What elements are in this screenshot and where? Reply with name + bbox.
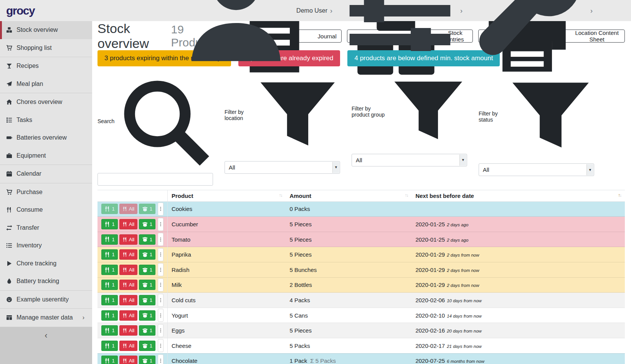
sidebar-item-recipes[interactable]: Recipes	[0, 57, 92, 75]
amount-value: 5 Bunches	[289, 267, 317, 273]
sidebar-item-transfer[interactable]: Transfer	[0, 219, 92, 237]
sidebar-item-batteries-overview[interactable]: Batteries overview	[0, 129, 92, 147]
consume-all-button[interactable]: All	[119, 265, 137, 275]
row-menu-button[interactable]	[158, 248, 164, 261]
consume-one-button[interactable]: 1	[101, 234, 118, 245]
consume-all-button[interactable]: All	[119, 341, 137, 351]
box-open-icon	[142, 221, 148, 227]
open-one-button[interactable]: 1	[139, 325, 155, 336]
open-one-button[interactable]: 1	[139, 295, 155, 305]
table-row: 1 All 1 Eggs 5 Pieces 2020-02-1620 days …	[97, 323, 625, 338]
sidebar-collapse-button[interactable]: ‹	[0, 327, 92, 364]
consume-one-button[interactable]: 1	[101, 341, 118, 351]
box-open-icon	[142, 282, 148, 288]
utensils-icon	[104, 282, 111, 288]
toolbox-icon	[6, 153, 13, 159]
product-group-select[interactable]: All ▼	[352, 154, 467, 166]
row-menu-button[interactable]	[158, 278, 164, 292]
box-open-icon	[142, 312, 148, 318]
status-select[interactable]: All ▼	[479, 163, 594, 176]
topbar: grocy Demo User › › ›	[0, 0, 631, 21]
open-one-button[interactable]: 1	[139, 204, 155, 214]
location-filter: Filter by location All ▼	[225, 73, 340, 186]
kebab-icon	[158, 328, 163, 333]
search-input[interactable]	[97, 173, 213, 186]
open-one-button[interactable]: 1	[139, 310, 155, 321]
kebab-icon	[158, 298, 163, 303]
row-menu-button[interactable]	[158, 294, 164, 307]
kebab-icon	[158, 313, 163, 318]
stock-table: Product ↑↓ Amount ↑↓ Next best before da…	[97, 190, 625, 364]
sidebar-item-shopping-list[interactable]: Shopping list	[0, 39, 92, 57]
consume-one-button[interactable]: 1	[101, 265, 118, 275]
amount-column-header[interactable]: Amount ↑↓	[286, 190, 411, 201]
date-column-header[interactable]: Next best before date ↑↓	[411, 190, 625, 201]
consume-one-button[interactable]: 1	[101, 219, 118, 229]
sidebar-item-calendar[interactable]: Calendar	[0, 165, 92, 183]
consume-one-button[interactable]: 1	[101, 356, 118, 364]
row-menu-button[interactable]	[158, 339, 164, 352]
sidebar-item-manage-master-data[interactable]: Manage master data ›	[0, 309, 92, 327]
consume-all-button[interactable]: All	[119, 356, 137, 364]
consume-all-button[interactable]: All	[119, 204, 137, 214]
row-menu-button[interactable]	[158, 309, 164, 322]
user-menu[interactable]: Demo User ›	[178, 0, 332, 68]
best-before-date: 2020-01-25	[415, 236, 445, 243]
sort-icon: ↑↓	[405, 193, 408, 198]
sidebar-item-chore-tracking[interactable]: Chore tracking	[0, 255, 92, 273]
utensils-icon	[104, 252, 111, 258]
consume-one-button[interactable]: 1	[101, 295, 118, 305]
consume-all-button[interactable]: All	[119, 280, 137, 290]
location-select[interactable]: All ▼	[225, 161, 340, 174]
utensils-icon	[122, 298, 127, 303]
sidebar-item-consume[interactable]: Consume	[0, 201, 92, 219]
row-menu-button[interactable]	[158, 203, 164, 216]
grocy-logo[interactable]: grocy	[6, 4, 35, 17]
admin-menu[interactable]: ›	[472, 0, 593, 68]
paper-plane-icon	[6, 81, 13, 87]
sidebar-item-stock-overview[interactable]: Stock overview	[0, 21, 92, 39]
sidebar-item-equipment[interactable]: Equipment	[0, 147, 92, 165]
consume-all-button[interactable]: All	[119, 249, 137, 260]
consume-all-button[interactable]: All	[119, 219, 137, 229]
open-one-button[interactable]: 1	[139, 234, 155, 245]
amount-value: 4 Packs	[289, 297, 310, 303]
sidebar-item-chores-overview[interactable]: Chores overview	[0, 93, 92, 111]
product-column-header[interactable]: Product ↑↓	[167, 190, 286, 201]
open-one-button[interactable]: 1	[139, 249, 155, 260]
consume-one-button[interactable]: 1	[101, 249, 118, 260]
settings-menu[interactable]: ›	[342, 0, 463, 68]
open-one-button[interactable]: 1	[139, 341, 155, 351]
sidebar-item-meal-plan[interactable]: Meal plan	[0, 75, 92, 93]
row-menu-button[interactable]	[158, 218, 164, 231]
sidebar-item-inventory[interactable]: Inventory	[0, 237, 92, 255]
row-menu-button[interactable]	[158, 233, 164, 246]
consume-all-button[interactable]: All	[119, 325, 137, 336]
consume-all-button[interactable]: All	[119, 295, 137, 305]
open-one-button[interactable]: 1	[139, 280, 155, 290]
sidebar: Stock overview Shopping list Recipes Mea…	[0, 21, 92, 364]
chevron-right-icon: ›	[590, 7, 593, 14]
kebab-icon	[158, 343, 163, 348]
sidebar-item-example-userentity[interactable]: Example userentity	[0, 291, 92, 309]
location-filter-label: Filter by location	[225, 109, 253, 121]
consume-all-button[interactable]: All	[119, 234, 137, 245]
open-one-button[interactable]: 1	[139, 265, 155, 275]
consume-one-button[interactable]: 1	[101, 325, 118, 336]
open-one-button[interactable]: 1	[139, 356, 155, 364]
date-relative-note: 10 days from now	[447, 298, 482, 303]
cart-icon	[6, 45, 13, 51]
row-menu-button[interactable]	[158, 354, 164, 364]
sidebar-item-tasks[interactable]: Tasks	[0, 111, 92, 129]
row-menu-button[interactable]	[158, 263, 164, 276]
table-row: 1 All 1 Cucumber 5 Pieces 2020-01-252 da…	[97, 217, 625, 232]
best-before-date: 2020-01-29	[415, 282, 445, 288]
sidebar-item-purchase[interactable]: Purchase	[0, 183, 92, 201]
consume-one-button[interactable]: 1	[101, 280, 118, 290]
consume-one-button[interactable]: 1	[101, 204, 118, 214]
consume-all-button[interactable]: All	[119, 310, 137, 321]
open-one-button[interactable]: 1	[139, 219, 155, 229]
consume-one-button[interactable]: 1	[101, 310, 118, 321]
row-menu-button[interactable]	[158, 324, 164, 337]
sidebar-item-battery-tracking[interactable]: Battery tracking	[0, 272, 92, 290]
